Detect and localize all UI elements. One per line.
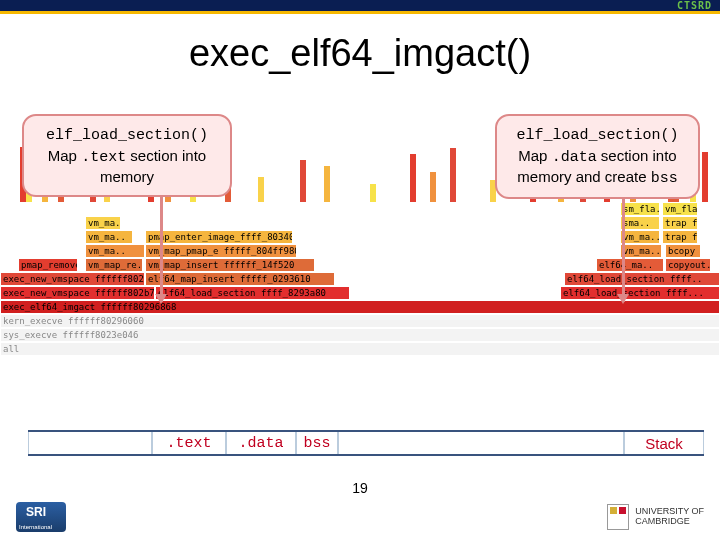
flame-cell: trap f.. (662, 230, 698, 244)
flame-cell: sm_fla.. (620, 202, 660, 216)
callout-text: Map (518, 147, 551, 164)
memory-segment: Stack (624, 432, 704, 454)
flame-cell: vm_map_pmap_e fffff_804ff980 (145, 244, 297, 258)
memory-layout-bar: .text.databssStack (28, 430, 704, 456)
flame-cell: elf64_load_section ffff_8293a80 (155, 286, 350, 300)
callout-fn: elf_load_section() (46, 127, 208, 144)
flame-cell: vm_fla.. (662, 202, 698, 216)
flame-cell: vm_ma.. (85, 216, 121, 230)
callout-arrow (160, 190, 163, 302)
flame-cell: sys_execve ffffff8023e046 (0, 328, 720, 342)
memory-segment: .text (152, 432, 226, 454)
flame-cell: copyout.. (665, 258, 711, 272)
page-number: 19 (0, 480, 720, 496)
header-bar: CTSRD (0, 0, 720, 14)
callout-text: section into (597, 147, 677, 164)
flame-spike (258, 177, 264, 202)
flame-spike (450, 148, 456, 202)
cambridge-logo: UNIVERSITY OFCAMBRIDGE (607, 504, 704, 530)
flame-cell: exec_elf64_imgact ffffff80296868 (0, 300, 720, 314)
callout-code: .data (552, 149, 597, 166)
callout-text: memory (100, 168, 154, 185)
memory-segment (28, 432, 152, 454)
memory-segment: bss (296, 432, 338, 454)
slide-title: exec_elf64_imgact() (0, 32, 720, 75)
flame-cell: elf64_load_section ffff.. (564, 272, 720, 286)
cambridge-text: CAMBRIDGE (635, 517, 704, 527)
callout-arrow (622, 190, 625, 302)
callout-text: memory and create (517, 168, 650, 185)
memory-segment: .data (226, 432, 296, 454)
callout-fn: elf_load_section() (516, 127, 678, 144)
flame-cell: kern_execve ffffff80296060 (0, 314, 720, 328)
flame-cell: vm_ma.. (620, 244, 662, 258)
memory-segment (338, 432, 624, 454)
flame-cell: vm_ma.. (85, 244, 145, 258)
flame-cell: elf64_load_section ffff... (560, 286, 720, 300)
flame-cell: vm_map_re.. (85, 258, 143, 272)
flame-cell: pmap_enter_image_ffff_803402a0 (145, 230, 293, 244)
flame-cell: exec_new_vmspace ffffff802b790 (0, 286, 155, 300)
flame-cell: bcopy f.. (665, 244, 701, 258)
callout-data-section: elf_load_section() Map .data section int… (495, 114, 700, 199)
flame-spike (430, 172, 436, 202)
flame-spike (300, 160, 306, 202)
flame-cell: sma.. (620, 216, 660, 230)
cambridge-shield-icon (607, 504, 629, 530)
flame-spike (410, 154, 416, 202)
flame-spike (702, 152, 708, 202)
sri-logo (16, 502, 66, 532)
flame-cell: pmap_remove_ (18, 258, 78, 272)
flame-cell: vm_map_insert ffffff_14f520 (145, 258, 315, 272)
flame-spike (324, 166, 330, 202)
flame-spike (370, 184, 376, 202)
flame-cell: elf64_ma.. (596, 258, 664, 272)
callout-text-section: elf_load_section() Map .text section int… (22, 114, 232, 197)
flame-cell: exec_new_vmspace ffffff802b790 (0, 272, 145, 286)
flame-cell: vm_ma.. (85, 230, 133, 244)
flame-cell: vm_ma.. (620, 230, 660, 244)
callout-code: .text (81, 149, 126, 166)
callout-text: Map (48, 147, 81, 164)
flame-cell: all (0, 342, 720, 356)
flamegraph: sm_fla..vm_fla..vm_ma..sma..trap fl..vm_… (0, 202, 720, 347)
callout-text: section into (126, 147, 206, 164)
ctsrd-logo: CTSRD (677, 0, 712, 11)
flame-cell: elf64_map_insert fffff_0293610 (145, 272, 335, 286)
callout-code: bss (651, 170, 678, 187)
flame-cell: trap fl.. (662, 216, 698, 230)
